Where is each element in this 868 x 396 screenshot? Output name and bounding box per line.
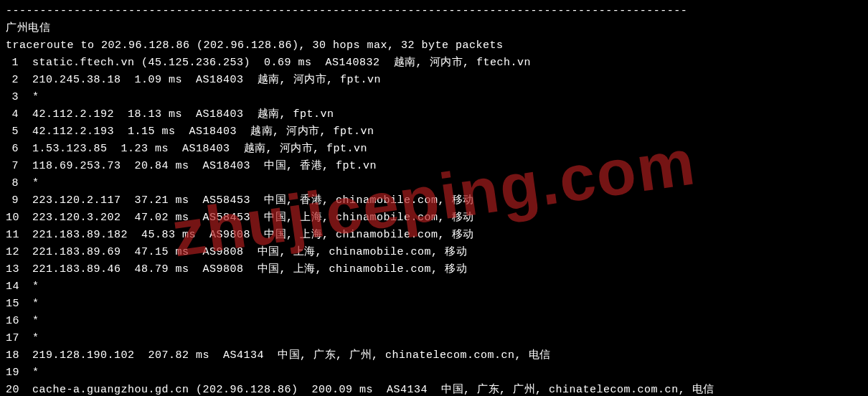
- hop-number: 6: [6, 141, 19, 158]
- hops-container: 1 static.ftech.vn (45.125.236.253) 0.69 …: [6, 55, 862, 396]
- hop-number: 7: [6, 158, 19, 175]
- hop-line: 5 42.112.2.193 1.15 ms AS18403 越南, 河内市, …: [6, 123, 862, 141]
- hop-number: 4: [6, 106, 19, 123]
- hop-line: 17 *: [6, 330, 862, 347]
- hop-details: static.ftech.vn (45.125.236.253) 0.69 ms…: [19, 57, 531, 69]
- hop-number: 10: [6, 209, 19, 227]
- hop-line: 7 118.69.253.73 20.84 ms AS18403 中国, 香港,…: [6, 158, 862, 175]
- hop-details: *: [19, 367, 39, 379]
- hop-number: 15: [6, 296, 19, 313]
- hop-line: 15 *: [6, 296, 862, 313]
- hop-number: 11: [6, 227, 19, 244]
- hop-details: 221.183.89.46 48.79 ms AS9808 中国, 上海, ch…: [19, 263, 467, 275]
- hop-details: 1.53.123.85 1.23 ms AS18403 越南, 河内市, fpt…: [19, 143, 367, 155]
- hop-line: 20 cache-a.guangzhou.gd.cn (202.96.128.8…: [6, 382, 862, 396]
- hop-line: 14 *: [6, 278, 862, 296]
- hop-number: 20: [6, 382, 19, 396]
- hop-line: 11 221.183.89.182 45.83 ms AS9808 中国, 上海…: [6, 227, 862, 244]
- hop-details: *: [19, 91, 39, 103]
- hop-number: 5: [6, 123, 19, 141]
- hop-number: 8: [6, 175, 19, 192]
- hop-line: 19 *: [6, 364, 862, 382]
- hop-details: 210.245.38.18 1.09 ms AS18403 越南, 河内市, f…: [19, 74, 381, 86]
- hop-details: 223.120.3.202 47.02 ms AS58453 中国, 上海, c…: [19, 212, 474, 224]
- hop-line: 18 219.128.190.102 207.82 ms AS4134 中国, …: [6, 347, 862, 364]
- hop-line: 10 223.120.3.202 47.02 ms AS58453 中国, 上海…: [6, 209, 862, 227]
- hop-number: 12: [6, 244, 19, 261]
- hop-line: 2 210.245.38.18 1.09 ms AS18403 越南, 河内市,…: [6, 72, 862, 89]
- hop-number: 13: [6, 261, 19, 278]
- hop-number: 1: [6, 55, 19, 72]
- hop-details: *: [19, 280, 39, 293]
- hop-line: 3 *: [6, 89, 862, 106]
- hop-details: 223.120.2.117 37.21 ms AS58453 中国, 香港, c…: [19, 194, 474, 207]
- hop-line: 16 *: [6, 313, 862, 330]
- hop-details: 42.112.2.193 1.15 ms AS18403 越南, 河内市, fp…: [19, 126, 374, 138]
- hop-line: 9 223.120.2.117 37.21 ms AS58453 中国, 香港,…: [6, 192, 862, 209]
- traceroute-header: traceroute to 202.96.128.86 (202.96.128.…: [6, 37, 862, 55]
- hop-line: 4 42.112.2.192 18.13 ms AS18403 越南, fpt.…: [6, 106, 862, 123]
- hop-details: *: [19, 315, 39, 327]
- hop-number: 3: [6, 89, 19, 106]
- hop-details: cache-a.guangzhou.gd.cn (202.96.128.86) …: [19, 384, 714, 396]
- hop-details: 219.128.190.102 207.82 ms AS4134 中国, 广东,…: [19, 349, 551, 362]
- hop-line: 1 static.ftech.vn (45.125.236.253) 0.69 …: [6, 55, 862, 72]
- hop-details: *: [19, 332, 39, 344]
- hop-number: 18: [6, 347, 19, 364]
- hop-line: 12 221.183.89.69 47.15 ms AS9808 中国, 上海,…: [6, 244, 862, 261]
- hop-details: *: [19, 298, 39, 310]
- hop-number: 14: [6, 278, 19, 296]
- hop-line: 13 221.183.89.46 48.79 ms AS9808 中国, 上海,…: [6, 261, 862, 278]
- hop-details: 118.69.253.73 20.84 ms AS18403 中国, 香港, f…: [19, 160, 377, 172]
- hop-details: 42.112.2.192 18.13 ms AS18403 越南, fpt.vn: [19, 108, 334, 121]
- separator-line: ----------------------------------------…: [6, 3, 862, 20]
- hop-line: 8 *: [6, 175, 862, 192]
- hop-number: 19: [6, 364, 19, 382]
- hop-details: 221.183.89.69 47.15 ms AS9808 中国, 上海, ch…: [19, 246, 467, 258]
- hop-number: 17: [6, 330, 19, 347]
- hop-line: 6 1.53.123.85 1.23 ms AS18403 越南, 河内市, f…: [6, 141, 862, 158]
- hop-number: 9: [6, 192, 19, 209]
- hop-details: 221.183.89.182 45.83 ms AS9808 中国, 上海, c…: [19, 229, 474, 241]
- title-line: 广州电信: [6, 20, 862, 37]
- hop-number: 16: [6, 313, 19, 330]
- hop-number: 2: [6, 72, 19, 89]
- hop-details: *: [19, 177, 39, 189]
